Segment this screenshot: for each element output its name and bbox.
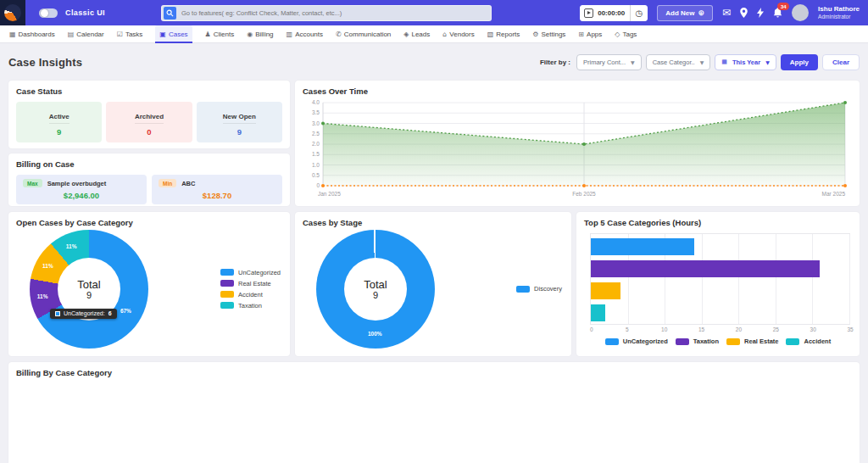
x-tick-label: 35 [847,326,853,332]
cases-by-stage-title: Cases by Stage [303,218,564,227]
nav-item-reports[interactable]: ▧Reports [487,25,520,43]
legend-item-uncategorized[interactable]: UnCategorized [605,337,668,345]
plus-circle-icon: ⊕ [698,8,704,17]
x-tick-label: 20 [736,326,742,332]
case-status-card: Case Status Active9Archived0New Open9 [8,81,290,148]
mail-icon[interactable]: ✉ [722,7,731,19]
legend-item-taxation[interactable]: Taxation [676,337,719,345]
tile-label-text: Archived [135,113,164,124]
legend-item-accident[interactable]: Accident [786,337,831,345]
legend-swatch [605,338,619,345]
billing-item-name: ABC [181,180,195,187]
case-category-dropdown[interactable]: Case Categor.. ▼ [646,54,711,70]
notifications-bell-icon[interactable]: 34 [773,8,782,18]
billing-item-min: MinABC$128.70 [152,175,282,204]
nav-item-billing[interactable]: ◉Billing [247,25,273,43]
user-avatar[interactable] [792,4,809,21]
x-tick-label: 0 [590,326,593,332]
search-icon[interactable] [164,7,176,20]
tile-label-text: New Open [223,113,256,124]
nav-item-label: Tags [622,31,637,38]
search-input[interactable] [176,9,489,17]
bar-gridline [738,234,739,324]
calendar-icon: ▦ [721,59,727,65]
tile-label: Active [16,107,102,124]
nav-item-settings[interactable]: ⚙Settings [532,25,565,43]
legend-item-accident[interactable]: Accident [220,291,281,298]
cases-by-stage-card: Cases by Stage Total 9 100% Discovery [295,212,571,356]
top5-categories-title: Top 5 Case Categories (Hours) [584,218,852,227]
nav-item-vendors[interactable]: ⌂Vendors [442,25,474,43]
bar-accident[interactable] [591,304,605,321]
x-tick-label: 10 [661,326,667,332]
communication-icon: ✆ [336,31,342,38]
nav-item-dashboards[interactable]: ▦Dashboards [9,25,55,43]
case-status-title: Case Status [16,86,282,96]
nav-item-tasks[interactable]: ☑Tasks [117,25,143,43]
cases-over-time-chart: 4.03.53.02.52.01.51.00.50Jan 2025Feb 202… [303,98,852,203]
tile-label: New Open [197,107,282,124]
bar-gridline [702,234,703,324]
nav-item-accounts[interactable]: ▥Accounts [287,25,323,43]
filter-bar: Filter by : Primary Cont... ▼ Case Categ… [540,54,860,70]
legend-item-taxation[interactable]: Taxation [220,302,281,310]
legend-label: Taxation [238,302,262,310]
primary-contact-dropdown[interactable]: Primary Cont... ▼ [576,54,642,70]
donut-total-label: Total [364,278,387,291]
legend-label: Real Estate [744,337,778,345]
tile-label: Archived [106,107,192,124]
chevron-down-icon: ▼ [765,59,770,65]
nav-item-calendar[interactable]: ▤Calendar [68,25,104,43]
location-pin-icon[interactable] [740,8,748,18]
nav-item-leads[interactable]: ◈Leads [403,25,430,43]
bar-real-estate[interactable] [591,282,620,299]
lightning-bolt-icon[interactable] [757,8,764,18]
apply-button[interactable]: Apply [781,54,818,70]
nav-item-apps[interactable]: ⊞Apps [578,25,602,43]
segment-percent-label: 67% [120,308,131,314]
stopwatch-icon[interactable]: ◷ [630,5,647,21]
bar-taxation[interactable] [591,260,820,277]
global-search[interactable] [161,5,492,21]
period-dropdown[interactable]: ▦ This Year ▼ [715,54,776,70]
user-role: Administrator [818,14,860,20]
timer-play-button[interactable] [584,8,593,18]
nav-item-clients[interactable]: ♟Clients [205,25,235,43]
bar-gridline [849,234,850,324]
legend-swatch [220,291,234,298]
billing-badge-max: Max [23,179,42,187]
open-cases-legend: UnCategorizedReal EstateAccidentTaxation [220,269,282,310]
billing-item-top: MaxSample overbudget [23,179,140,187]
nav-item-communication[interactable]: ✆Communication [336,25,391,43]
svg-text:0.5: 0.5 [312,172,320,178]
add-new-button[interactable]: Add New ⊕ [657,5,713,21]
classic-ui-toggle[interactable] [39,8,58,18]
legend-item-real-estate[interactable]: Real Estate [220,280,281,287]
legend-item-discovery[interactable]: Discovery [516,285,562,293]
donut-total-value: 9 [86,290,92,300]
status-tile-new-open: New Open9 [197,102,282,142]
billing-badge-min: Min [159,179,176,187]
bar-uncategorized[interactable] [591,238,694,255]
classic-ui-label: Classic UI [65,8,105,17]
cases-over-time-title: Cases Over Time [303,86,852,96]
user-info[interactable]: Ishu Rathore Administrator [818,5,860,20]
timer-widget[interactable]: 00:00:00 ◷ [580,5,648,21]
nav-item-tags[interactable]: ◇Tags [615,25,637,43]
bar-gridline [776,234,776,324]
nav-item-cases[interactable]: ▣Cases [155,25,192,43]
dashboards-icon: ▦ [9,31,16,38]
clear-button[interactable]: Clear [822,54,860,70]
app-logo[interactable] [0,0,25,25]
legend-label: UnCategorized [238,269,281,276]
open-cases-by-category-title: Open Cases by Case Category [16,218,282,227]
billing-item-max: MaxSample overbudget$2,946.00 [16,175,147,204]
content: Case Insights Filter by : Primary Cont..… [0,43,868,463]
segment-percent-label: 100% [368,331,382,337]
legend-item-real-estate[interactable]: Real Estate [726,337,778,345]
apps-icon: ⊞ [578,31,584,38]
calendar-icon: ▤ [68,31,75,38]
legend-item-uncategorized[interactable]: UnCategorized [220,269,281,276]
tooltip-value: 6 [108,310,112,316]
segment-percent-label: 11% [42,263,53,269]
